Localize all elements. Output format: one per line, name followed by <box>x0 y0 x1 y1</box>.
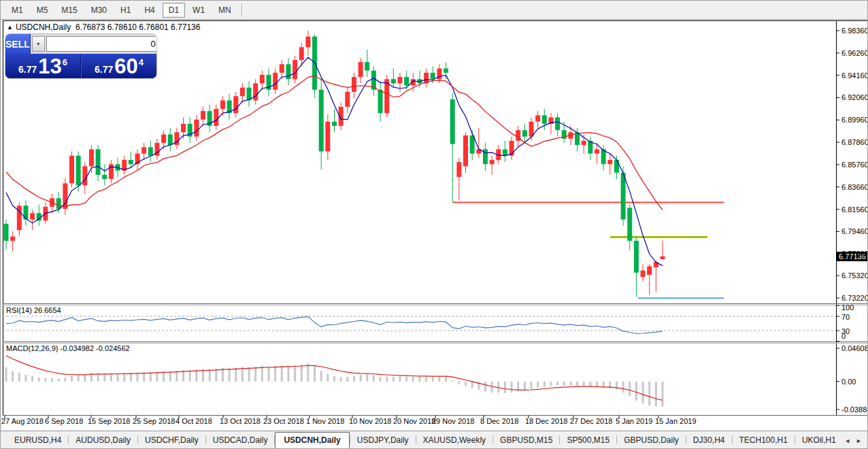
chart-tab-gbpusd[interactable]: GBPUSD,Daily <box>617 433 686 448</box>
date-axis-label: 6 Sep 2018 <box>45 417 83 425</box>
price-axis-label: 6.85760 <box>841 161 868 169</box>
sell-price-big-digits: 13 <box>38 56 61 77</box>
candle-bear <box>148 147 153 156</box>
candle-bear <box>286 64 290 79</box>
tab-scroll-arrows: ◄► <box>844 437 862 448</box>
candle-bull <box>582 141 586 145</box>
chart-frame <box>3 20 868 431</box>
chart-ohlc-values: 6.76873 6.78610 6.76801 6.77136 <box>76 22 201 32</box>
candle-bull <box>352 77 356 92</box>
sell-button[interactable]: SELL <box>5 34 31 54</box>
candle-bear <box>4 224 9 241</box>
chart-tab-gbpusd[interactable]: GBPUSD,M15 <box>493 433 559 448</box>
candle-bear <box>168 135 173 146</box>
candle-bear <box>542 115 547 124</box>
candle-bull <box>463 135 468 166</box>
price-axis-label: 6.83660 <box>841 183 868 191</box>
date-axis-label: 29 Nov 2018 <box>432 417 474 425</box>
sell-price-pip-digit: 6 <box>63 57 67 67</box>
candle-bear <box>450 99 455 144</box>
candle-bear <box>614 160 619 173</box>
candle-bear <box>627 207 632 240</box>
candle-bull <box>220 101 225 110</box>
candle-bull <box>299 47 304 60</box>
chart-ohlc-header: ▲USDCNH,Daily 6.76873 6.78610 6.76801 6.… <box>7 22 200 32</box>
candle-bear <box>129 160 133 164</box>
price-axis-label: 6.94160 <box>841 71 868 80</box>
chart-tab-ukoil[interactable]: UKOil,H1 <box>795 433 843 448</box>
candle-bear <box>102 175 107 179</box>
price-axis-label: 6.77360 <box>841 250 868 258</box>
candle-bear <box>634 241 639 273</box>
date-axis-label: 27 Aug 2018 <box>1 417 44 425</box>
candle-bear <box>332 122 337 126</box>
candle-bull <box>661 256 665 259</box>
candle-bull <box>456 162 461 177</box>
symbol-tab-bar: EURUSD,H4AUDUSD,DailyUSDCHF,DailyUSDCAD,… <box>1 431 868 448</box>
date-axis-label: 23 Oct 2018 <box>263 417 304 425</box>
candle-bear <box>96 149 101 175</box>
candle-bull <box>325 122 330 152</box>
date-axis-label: 8 Dec 2018 <box>480 417 518 425</box>
chart-tab-eurusd[interactable]: EURUSD,H4 <box>7 433 68 448</box>
volume-input[interactable] <box>46 36 156 52</box>
chart-tab-tech100[interactable]: TECH100,H1 <box>733 433 795 448</box>
candle-bull <box>358 62 363 77</box>
candle-bull <box>181 124 186 133</box>
chart-tab-xauusd[interactable]: XAUUSD,Weekly <box>416 433 493 448</box>
candle-bull <box>490 160 495 164</box>
candle-bull <box>305 37 310 48</box>
candle-bull <box>535 115 540 121</box>
date-axis-label: 27 Dec 2018 <box>570 417 612 425</box>
candle-bull <box>69 156 74 184</box>
candle-bull <box>260 75 265 84</box>
price-axis-label: 6.81560 <box>841 205 868 214</box>
buy-price-button[interactable]: 6.77 60 4 <box>81 54 156 78</box>
buy-price-prefix: 6.77 <box>95 64 113 75</box>
candle-bear <box>503 149 507 155</box>
chart-tab-audusd[interactable]: AUDUSD,Daily <box>69 433 137 448</box>
date-axis-label: 25 Sep 2018 <box>133 417 175 425</box>
candle-bull <box>273 73 278 90</box>
candle-bull <box>253 84 258 101</box>
macd-axis-label: -0.038842 <box>841 405 868 414</box>
chart-tab-sp500[interactable]: SP500,M15 <box>560 433 616 448</box>
candle-bull <box>607 160 612 164</box>
buy-price-pip-digit: 4 <box>139 57 144 67</box>
candle-bull <box>10 237 15 241</box>
volume-decrease-icon[interactable]: ▼ <box>32 36 45 52</box>
date-axis-label: 1 Nov 2018 <box>306 417 344 425</box>
date-axis-label: 13 Oct 2018 <box>220 417 261 425</box>
candle-bear <box>56 198 61 209</box>
candle-bear <box>319 90 324 152</box>
candle-bull <box>595 149 599 153</box>
date-axis-label: 15 Jan 2019 <box>655 417 697 425</box>
candle-bull <box>194 120 199 137</box>
candle-bull <box>82 166 87 185</box>
sell-price-button[interactable]: 6.77 13 6 <box>5 54 81 78</box>
rsi-axis-label: 100 <box>841 303 854 312</box>
chart-tab-usdjpy[interactable]: USDJPY,Daily <box>350 433 416 448</box>
chart-tab-dj30[interactable]: DJ30,H4 <box>686 433 732 448</box>
candle-bear <box>365 62 369 71</box>
candle-bear <box>76 156 81 186</box>
chart-tab-usdcnh[interactable]: USDCNH,Daily <box>275 432 349 449</box>
sell-price-prefix: 6.77 <box>18 64 37 75</box>
chart-tab-usdcad[interactable]: USDCAD,Daily <box>206 433 275 448</box>
candle-bear <box>444 69 448 73</box>
date-axis-label: 4 Oct 2018 <box>176 417 212 425</box>
date-axis-label: 18 Dec 2018 <box>525 417 567 425</box>
candle-bull <box>30 213 35 219</box>
candle-bear <box>555 118 560 131</box>
price-axis-label: 6.89960 <box>841 116 868 124</box>
price-axis-label: 6.96260 <box>841 49 868 57</box>
price-axis-label: 6.87860 <box>841 138 868 146</box>
candle-bull <box>641 271 646 277</box>
date-axis-label: 20 Nov 2018 <box>393 417 435 425</box>
chart-region: ▲USDCNH,Daily 6.76873 6.78610 6.76801 6.… <box>1 1 868 449</box>
date-axis-label: 10 Nov 2018 <box>349 417 391 425</box>
chart-background[interactable] <box>3 20 868 431</box>
tab-scroll-right-icon[interactable]: ► <box>856 437 862 444</box>
chart-tab-usdchf[interactable]: USDCHF,Daily <box>138 433 205 448</box>
tab-scroll-left-icon[interactable]: ◄ <box>844 437 850 444</box>
